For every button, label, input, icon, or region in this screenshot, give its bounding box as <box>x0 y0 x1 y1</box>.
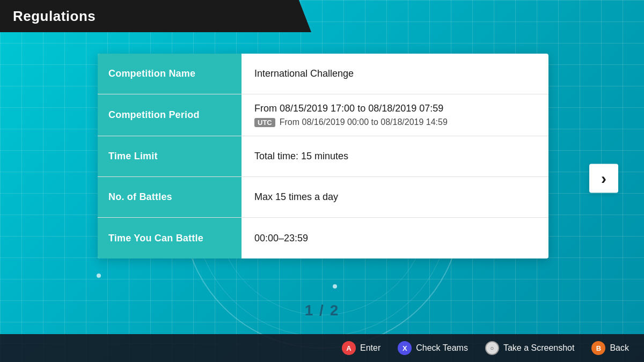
competition-period-row: Competition Period From 08/15/2019 17:00… <box>98 94 548 136</box>
time-limit-value: Total time: 15 minutes <box>241 136 548 176</box>
b-button: B <box>591 341 605 355</box>
chevron-right-icon: › <box>601 169 606 187</box>
bottom-bar: A Enter X Check Teams ○ Take a Screensho… <box>0 334 644 362</box>
competition-name-value: International Challenge <box>241 54 548 94</box>
next-arrow-button[interactable]: › <box>589 164 618 193</box>
screenshot-label: Take a Screenshot <box>503 343 575 353</box>
period-utc-time: From 08/16/2019 00:00 to 08/18/2019 14:5… <box>280 117 448 127</box>
decorative-dot <box>333 284 337 289</box>
page-title: Regulations <box>13 8 96 25</box>
check-teams-label: Check Teams <box>416 343 468 353</box>
period-utc-row: UTC From 08/16/2019 00:00 to 08/18/2019 … <box>254 117 536 127</box>
battles-value: Max 15 times a day <box>241 177 548 217</box>
title-bar: Regulations <box>0 0 311 32</box>
time-limit-label: Time Limit <box>98 136 241 176</box>
content-card: Competition Name International Challenge… <box>98 54 548 258</box>
battle-time-row: Time You Can Battle 00:00–23:59 <box>98 218 548 258</box>
battle-time-value: 00:00–23:59 <box>241 218 548 258</box>
o-button: ○ <box>485 341 499 355</box>
competition-name-label: Competition Name <box>98 54 241 94</box>
competition-period-label: Competition Period <box>98 94 241 136</box>
battle-time-label: Time You Can Battle <box>98 218 241 258</box>
battles-row: No. of Battles Max 15 times a day <box>98 177 548 218</box>
back-label: Back <box>610 343 629 353</box>
period-main-time: From 08/15/2019 17:00 to 08/18/2019 07:5… <box>254 103 536 114</box>
decorative-dot <box>97 274 101 278</box>
page-indicator: 1 / 2 <box>305 302 339 319</box>
battles-label: No. of Battles <box>98 177 241 217</box>
time-limit-row: Time Limit Total time: 15 minutes <box>98 136 548 177</box>
enter-action[interactable]: A Enter <box>342 341 380 355</box>
x-button: X <box>398 341 412 355</box>
screenshot-action[interactable]: ○ Take a Screenshot <box>485 341 575 355</box>
check-teams-action[interactable]: X Check Teams <box>398 341 468 355</box>
back-action[interactable]: B Back <box>591 341 629 355</box>
competition-period-value: From 08/15/2019 17:00 to 08/18/2019 07:5… <box>241 94 548 136</box>
utc-badge: UTC <box>254 118 275 127</box>
enter-label: Enter <box>360 343 380 353</box>
a-button: A <box>342 341 356 355</box>
competition-name-row: Competition Name International Challenge <box>98 54 548 94</box>
